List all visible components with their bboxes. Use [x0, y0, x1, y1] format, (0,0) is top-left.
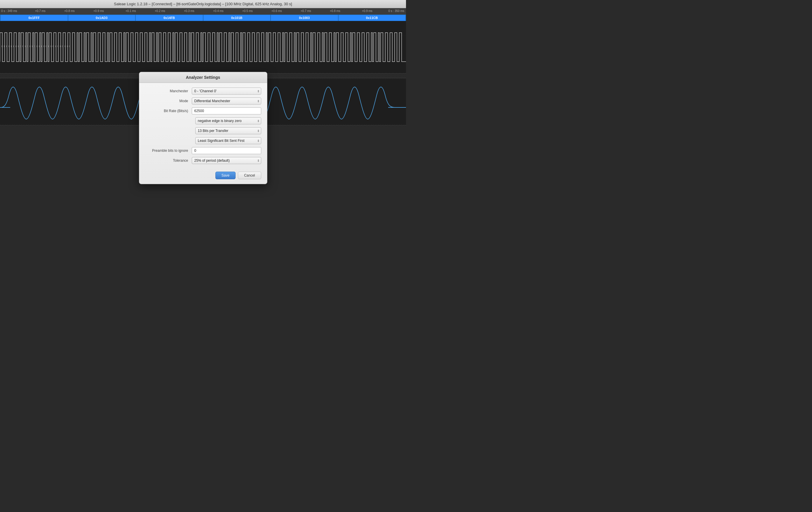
tolerance-row: Tolerance 25% of period (default) 10% of…: [145, 157, 261, 164]
mode-label: Mode: [145, 99, 192, 103]
bit-order-control: Least Significant Bit Sent First Most Si…: [195, 137, 261, 144]
preamble-control: 0: [192, 147, 261, 154]
bit-order-select-wrapper: Least Significant Bit Sent First Most Si…: [195, 137, 261, 144]
bit-order-row: Least Significant Bit Sent First Most Si…: [145, 137, 261, 144]
bits-per-transfer-row: 13 Bits per Transfer 8 Bits per Transfer…: [145, 127, 261, 134]
bit-rate-control: 62500: [192, 107, 261, 114]
preamble-row: Preamble bits to ignore 0: [145, 147, 261, 154]
dialog-buttons: Save Cancel: [139, 169, 267, 179]
tolerance-select-wrapper: 25% of period (default) 10% of period 50…: [192, 157, 261, 164]
manchester-control: 0 - 'Channel 0' ⇕: [192, 88, 261, 94]
bits-per-transfer-control: 13 Bits per Transfer 8 Bits per Transfer…: [195, 127, 261, 134]
dialog-body: Manchester 0 - 'Channel 0' ⇕ Mode: [139, 83, 267, 169]
edge-select-wrapper: negative edge is binary zero positive ed…: [195, 117, 261, 124]
bits-per-transfer-select[interactable]: 13 Bits per Transfer 8 Bits per Transfer…: [195, 127, 261, 134]
mode-select-wrapper: Manchester Differential Manchester ⇕: [192, 97, 261, 105]
bit-rate-row: Bit Rate (Bits/s) 62500: [145, 107, 261, 114]
manchester-label: Manchester: [145, 89, 192, 93]
mode-select[interactable]: Manchester Differential Manchester: [192, 97, 261, 105]
analyzer-settings-dialog: Analyzer Settings Manchester 0 - 'Channe…: [139, 72, 267, 184]
manchester-select-wrapper: 0 - 'Channel 0' ⇕: [192, 88, 261, 94]
bit-rate-input[interactable]: 62500: [192, 107, 261, 114]
save-button[interactable]: Save: [215, 172, 236, 179]
tolerance-select[interactable]: 25% of period (default) 10% of period 50…: [192, 157, 261, 164]
tolerance-label: Tolerance: [145, 159, 192, 163]
modal-overlay: Analyzer Settings Manchester 0 - 'Channe…: [0, 0, 406, 256]
cancel-button[interactable]: Cancel: [238, 172, 261, 179]
edge-select[interactable]: negative edge is binary zero positive ed…: [195, 117, 261, 124]
manchester-select[interactable]: 0 - 'Channel 0': [192, 88, 261, 94]
edge-row: negative edge is binary zero positive ed…: [145, 117, 261, 124]
mode-row: Mode Manchester Differential Manchester …: [145, 97, 261, 105]
tolerance-control: 25% of period (default) 10% of period 50…: [192, 157, 261, 164]
dialog-title: Analyzer Settings: [139, 72, 267, 83]
edge-control: negative edge is binary zero positive ed…: [195, 117, 261, 124]
manchester-row: Manchester 0 - 'Channel 0' ⇕: [145, 88, 261, 94]
preamble-label: Preamble bits to ignore: [145, 149, 192, 153]
bit-rate-label: Bit Rate (Bits/s): [145, 109, 192, 113]
mode-control: Manchester Differential Manchester ⇕: [192, 97, 261, 105]
bit-order-select[interactable]: Least Significant Bit Sent First Most Si…: [195, 137, 261, 144]
bits-per-transfer-select-wrapper: 13 Bits per Transfer 8 Bits per Transfer…: [195, 127, 261, 134]
preamble-input[interactable]: 0: [192, 147, 261, 154]
